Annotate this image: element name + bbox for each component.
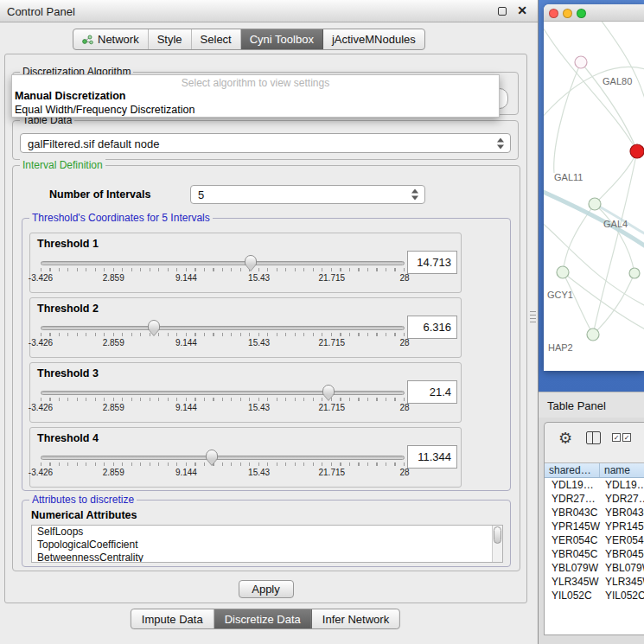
scale-label: 9.144 <box>175 403 197 412</box>
cell-shared-name: YBL079W <box>545 561 600 575</box>
tab-network[interactable]: Network <box>73 29 149 49</box>
dropdown-option-manual-discretization[interactable]: Manual Discretization <box>15 90 126 102</box>
splitpane-grip[interactable] <box>530 311 536 325</box>
network-node[interactable] <box>557 266 569 278</box>
table-data-value: galFiltered.sif default node <box>28 137 159 150</box>
slider-track[interactable] <box>41 261 405 265</box>
network-node-selected[interactable] <box>630 144 644 158</box>
network-node-label: GAL11 <box>554 172 583 182</box>
bottom-tab-bar: Impute Data Discretize Data Infer Networ… <box>131 609 400 629</box>
threshold-1-panel: Threshold 1 -3.426 2.859 9.144 15.43 21.… <box>29 233 462 293</box>
number-of-intervals-label: Number of Intervals <box>49 188 150 201</box>
table-row[interactable]: YIL052C YIL052C <box>545 589 644 603</box>
threshold-4-label: Threshold 4 <box>37 432 99 444</box>
list-scrollbar[interactable] <box>492 526 502 562</box>
network-node[interactable] <box>589 198 601 210</box>
slider-thumb[interactable] <box>322 385 335 396</box>
thresholds-group-title: Threshold's Coordinates for 5 Intervals <box>29 212 213 224</box>
scale-label: 9.144 <box>175 338 197 348</box>
cell-name: YLR345W <box>600 575 644 589</box>
scale-label: 2.859 <box>103 468 124 477</box>
scale-label: 2.859 <box>103 338 124 348</box>
network-view-window[interactable]: GAL80 GAL11 GAL4 GCY1 HAP2 <box>544 4 644 371</box>
list-item[interactable]: BetweennessCentrality <box>32 552 502 563</box>
threshold-3-slider[interactable]: -3.426 2.859 9.144 15.43 21.715 28 <box>41 386 405 415</box>
traffic-light-close-icon[interactable] <box>549 9 558 18</box>
scale-label: 9.144 <box>175 468 197 477</box>
slider-track[interactable] <box>41 456 405 460</box>
cell-shared-name: YDL19… <box>545 478 600 492</box>
slider-track[interactable] <box>41 326 405 330</box>
network-node[interactable] <box>629 268 640 278</box>
gear-icon[interactable]: ⚙ <box>558 429 572 448</box>
list-item[interactable]: TopologicalCoefficient <box>32 539 502 552</box>
tab-jactivemnodules[interactable]: jActiveMNodules <box>323 29 424 49</box>
tab-jactivemnodules-label: jActiveMNodules <box>332 33 416 46</box>
table-row[interactable]: YBR043C YBR043C <box>545 506 644 520</box>
table-row[interactable]: YER054C YER054C <box>545 533 644 547</box>
scale-label: 28 <box>399 468 409 477</box>
column-header-name[interactable]: name <box>600 463 644 477</box>
scale-label: 2.859 <box>103 403 124 412</box>
cell-shared-name: YLR345W <box>545 575 600 589</box>
threshold-2-slider[interactable]: -3.426 2.859 9.144 15.43 21.715 28 <box>41 321 405 350</box>
cell-name: YER054C <box>600 533 644 547</box>
scrollbar-thumb[interactable] <box>494 526 501 544</box>
traffic-light-minimize-icon[interactable] <box>563 9 572 18</box>
scale-label: 28 <box>399 338 409 348</box>
tab-select[interactable]: Select <box>192 29 241 49</box>
network-window-titlebar <box>544 4 644 22</box>
dropdown-option-equal-width[interactable]: Equal Width/Frequency Discretization <box>15 104 194 116</box>
slider-ticks <box>41 462 405 466</box>
list-item[interactable]: SelfLoops <box>32 526 502 539</box>
network-node[interactable] <box>587 328 599 341</box>
tab-style[interactable]: Style <box>149 29 192 49</box>
tab-cyni-toolbox[interactable]: Cyni Toolbox <box>241 29 323 49</box>
network-node[interactable] <box>575 56 587 68</box>
table-row[interactable]: YDL19… YDL19… <box>545 478 644 492</box>
slider-thumb[interactable] <box>148 320 160 331</box>
table-row[interactable]: YBR045C YBR045C <box>545 547 644 561</box>
close-icon[interactable]: ✕ <box>517 3 527 17</box>
tab-impute-data-label: Impute Data <box>142 613 203 626</box>
threshold-4-slider[interactable]: -3.426 2.859 9.144 15.43 21.715 28 <box>41 450 405 480</box>
threshold-1-value-field[interactable]: 14.713 <box>407 251 457 274</box>
cell-name: YPR145W <box>600 520 644 533</box>
column-header-shared-name[interactable]: shared… <box>545 463 600 477</box>
number-of-intervals-value: 5 <box>198 188 204 201</box>
float-window-icon[interactable] <box>498 7 507 16</box>
numerical-attributes-list[interactable]: SelfLoops TopologicalCoefficient Between… <box>31 525 503 563</box>
tab-infer-network[interactable]: Infer Network <box>312 609 399 628</box>
table-row[interactable]: YLR345W YLR345W <box>545 575 644 589</box>
cell-name: YBR045C <box>600 547 644 561</box>
cell-name: YIL052C <box>600 589 644 603</box>
tab-impute-data[interactable]: Impute Data <box>131 609 214 628</box>
threshold-3-value-field[interactable]: 21.4 <box>407 380 457 404</box>
top-tab-bar: Network Style Select Cyni Toolbox jActiv… <box>73 29 425 50</box>
apply-button[interactable]: Apply <box>239 580 294 598</box>
columns-icon[interactable] <box>586 431 601 444</box>
slider-thumb[interactable] <box>245 255 257 266</box>
table-row[interactable]: YPR145W YPR145W <box>545 520 644 533</box>
table-data-combobox[interactable]: galFiltered.sif default node <box>20 133 511 153</box>
scale-label: 28 <box>399 273 409 283</box>
threshold-1-slider[interactable]: -3.426 2.859 9.144 15.43 21.715 28 <box>41 256 405 285</box>
table-row[interactable]: YDR27… YDR27… <box>545 492 644 506</box>
tab-discretize-data[interactable]: Discretize Data <box>214 609 312 628</box>
table-row[interactable]: YBL079W YBL079W <box>545 561 644 575</box>
slider-thumb[interactable] <box>206 450 218 461</box>
network-canvas[interactable]: GAL80 GAL11 GAL4 GCY1 HAP2 <box>544 22 644 371</box>
checkbox-icon[interactable]: ✓ <box>622 433 631 442</box>
traffic-light-zoom-icon[interactable] <box>577 9 586 18</box>
slider-track[interactable] <box>41 391 405 395</box>
cell-name: YDL19… <box>600 478 644 492</box>
scale-label: 21.715 <box>319 468 346 477</box>
threshold-2-value-field[interactable]: 6.316 <box>407 316 457 339</box>
threshold-4-value-field[interactable]: 11.344 <box>407 445 457 469</box>
scale-label: 15.43 <box>248 273 270 283</box>
scale-label: -3.426 <box>29 273 53 283</box>
threshold-3-label: Threshold 3 <box>37 367 99 379</box>
cyni-toolbox-panel: Discretization Algorithm Select algorith… <box>4 54 527 603</box>
number-of-intervals-combobox[interactable]: 5 <box>190 185 425 204</box>
checkbox-icon[interactable]: ✓ <box>612 433 621 442</box>
